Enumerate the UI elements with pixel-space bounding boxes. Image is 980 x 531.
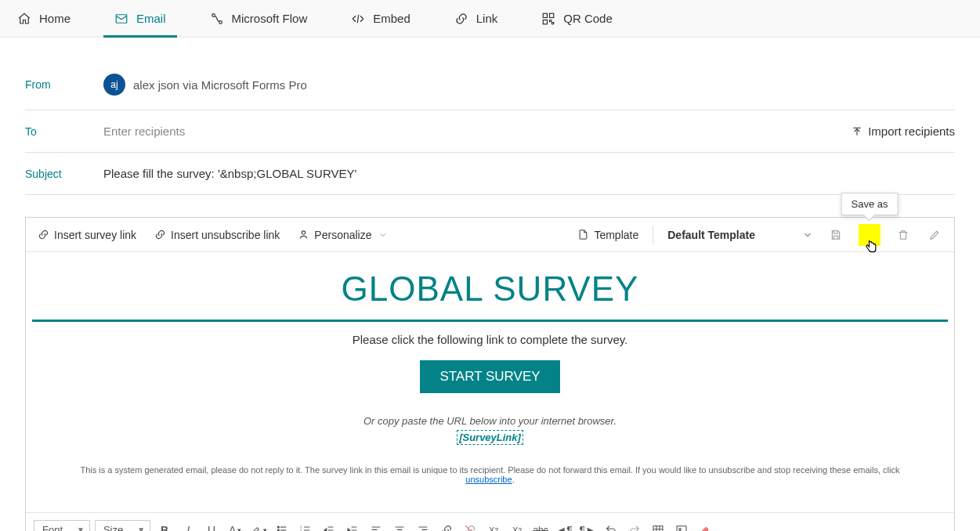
email-icon — [114, 12, 128, 26]
to-row: To Import recipients — [25, 110, 955, 153]
svg-point-6 — [302, 231, 305, 234]
font-select[interactable]: Font ▼ — [34, 520, 90, 532]
disclaimer-post: . — [512, 475, 515, 484]
template-label: Template — [594, 229, 638, 241]
delete-button[interactable] — [895, 226, 912, 244]
survey-link-placeholder[interactable]: [SurveyLink] — [457, 430, 523, 445]
insert-unsubscribe-link-label: Insert unsubscribe link — [171, 229, 280, 241]
file-icon — [577, 229, 589, 240]
personalize-button[interactable]: Personalize — [297, 229, 389, 241]
insert-unsubscribe-link-button[interactable]: Insert unsubscribe link — [154, 229, 280, 241]
tab-flow[interactable]: Microsoft Flow — [199, 0, 319, 38]
import-icon — [851, 125, 863, 138]
svg-point-7 — [277, 526, 279, 528]
tab-home[interactable]: Home — [6, 0, 81, 38]
underline-button[interactable]: U — [202, 521, 221, 532]
disclaimer: This is a system generated email, please… — [26, 465, 954, 503]
link-icon — [454, 12, 468, 26]
from-row: From aj alex json via Microsoft Forms Pr… — [25, 60, 955, 110]
subscript-button[interactable]: X2 — [508, 521, 526, 532]
undo-button[interactable] — [602, 521, 620, 532]
tab-email-label: Email — [136, 12, 166, 25]
chevron-down-icon — [802, 229, 813, 240]
insert-link-button[interactable] — [437, 521, 456, 532]
unsubscribe-link[interactable]: unsubscribe — [465, 475, 512, 484]
import-recipients-label: Import recipients — [868, 125, 955, 138]
save-button[interactable] — [827, 226, 844, 244]
svg-point-2 — [219, 20, 222, 23]
chevron-down-icon: ▼ — [77, 526, 85, 531]
tab-qr[interactable]: QR Code — [530, 0, 624, 38]
recipients-input[interactable] — [103, 125, 851, 138]
svg-point-1 — [212, 13, 215, 16]
from-label: From — [25, 78, 103, 91]
image-button[interactable] — [672, 521, 691, 532]
tab-link-label: Link — [476, 12, 498, 25]
number-list-button[interactable]: 123 — [296, 521, 315, 532]
highlight-button[interactable]: ▾ — [249, 521, 268, 532]
svg-rect-5 — [544, 20, 548, 23]
email-body[interactable]: GLOBAL SURVEY Please click the following… — [26, 252, 954, 512]
from-text: alex json via Microsoft Forms Pro — [133, 78, 307, 92]
svg-rect-13 — [653, 526, 663, 531]
link-icon — [37, 229, 49, 241]
size-select[interactable]: Size ▼ — [95, 520, 150, 532]
tab-link[interactable]: Link — [443, 0, 509, 38]
flow-icon — [210, 12, 224, 26]
save-as-button[interactable]: Save as — [859, 224, 881, 246]
svg-rect-14 — [677, 526, 686, 531]
template-label-group: Template — [577, 229, 638, 241]
disclaimer-pre: This is a system generated email, please… — [81, 465, 900, 475]
align-center-button[interactable] — [390, 521, 409, 532]
strikethrough-button[interactable]: abc — [531, 521, 550, 532]
start-survey-button[interactable]: START SURVEY — [420, 360, 559, 393]
clear-format-button[interactable] — [696, 521, 714, 532]
divider — [32, 320, 948, 322]
template-selected: Default Template — [667, 229, 755, 241]
outdent-button[interactable] — [320, 521, 338, 532]
subject-row: Subject Please fill the survey: '&nbsp;G… — [25, 153, 955, 195]
chevron-down-icon — [377, 229, 389, 241]
svg-point-8 — [277, 529, 279, 531]
rtl-button[interactable]: ¶► — [578, 521, 597, 532]
italic-button[interactable]: I — [179, 521, 197, 532]
size-select-label: Size — [103, 524, 123, 531]
email-form-content: From aj alex json via Microsoft Forms Pr… — [0, 38, 980, 531]
font-color-button[interactable]: A▾ — [226, 521, 244, 532]
to-label: To — [25, 125, 103, 138]
table-button[interactable] — [649, 521, 667, 532]
align-right-button[interactable] — [414, 521, 432, 532]
link-icon — [154, 229, 166, 241]
superscript-button[interactable]: X2 — [484, 521, 503, 532]
tab-flow-label: Microsoft Flow — [232, 12, 308, 25]
share-tabbar: Home Email Microsoft Flow Embed Link QR … — [0, 0, 980, 38]
format-toolbar: Font ▼ Size ▼ B I U A▾ ▾ 123 X2 X2 abc — [26, 512, 954, 531]
avatar: aj — [103, 74, 125, 96]
subject-value[interactable]: Please fill the survey: '&nbsp;GLOBAL SU… — [103, 167, 356, 180]
subject-label: Subject — [25, 168, 103, 180]
tab-embed-label: Embed — [373, 12, 410, 25]
tab-embed[interactable]: Embed — [340, 0, 421, 38]
edit-button[interactable] — [926, 226, 943, 244]
indent-button[interactable] — [343, 521, 362, 532]
bullet-list-button[interactable] — [273, 521, 291, 532]
tab-qr-label: QR Code — [563, 12, 613, 25]
template-dropdown[interactable]: Default Template — [667, 229, 813, 241]
redo-button[interactable] — [625, 521, 644, 532]
font-select-label: Font — [42, 524, 63, 531]
ltr-button[interactable]: ◄¶ — [555, 521, 573, 532]
home-icon — [17, 12, 31, 26]
tab-home-label: Home — [39, 12, 71, 25]
save-as-tooltip: Save as — [841, 193, 899, 215]
bold-button[interactable]: B — [155, 521, 174, 532]
editor: Insert survey link Insert unsubscribe li… — [25, 217, 955, 531]
survey-title: GLOBAL SURVEY — [26, 269, 954, 320]
insert-survey-link-button[interactable]: Insert survey link — [37, 229, 136, 241]
tab-email[interactable]: Email — [103, 0, 177, 38]
svg-rect-4 — [550, 13, 554, 17]
separator — [653, 226, 653, 244]
align-left-button[interactable] — [367, 521, 385, 532]
import-recipients-button[interactable]: Import recipients — [851, 125, 955, 138]
person-icon — [297, 229, 309, 241]
remove-link-button[interactable] — [461, 521, 479, 532]
